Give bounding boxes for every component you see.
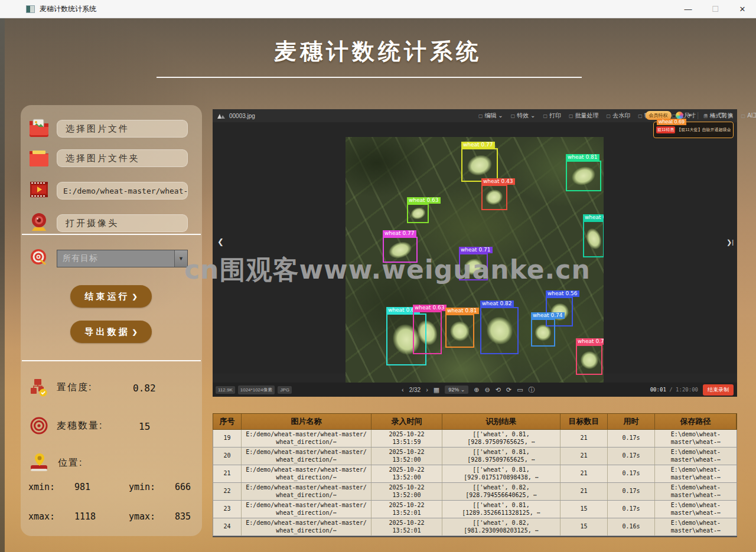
select-folder-button[interactable]: 选择图片文件夹 [57, 149, 188, 167]
maximize-button[interactable]: ☐ [702, 0, 729, 18]
ymax-label: ymax: [129, 511, 175, 522]
menu-item-编辑[interactable]: ▢编辑 ⌄ [478, 112, 503, 120]
results-table: 序号图片名称录入时间识别结果目标数目用时保存路径 19E:/demo/wheat… [213, 413, 737, 537]
target-select-icon [28, 248, 50, 268]
menu-item-特效[interactable]: ▢特效 ⌄ [511, 112, 536, 120]
video-path-input[interactable] [57, 182, 188, 200]
menu-item-打印[interactable]: ▢打印 [543, 112, 561, 120]
zoom-out-icon[interactable]: ⊖ [485, 386, 490, 394]
menu-item-icon: ▢ [543, 113, 548, 119]
target-filter-value: 所有目标 [57, 253, 174, 264]
table-cell: [['wheat', 0.81, [929.0175170898438, ⋯ [442, 465, 561, 482]
stop-run-button[interactable]: 结束运行 ❯ [70, 285, 152, 308]
table-cell: 15 [561, 501, 608, 518]
table-header-cell: 保存路径 [655, 414, 737, 429]
location-icon [30, 452, 50, 473]
confidence-label: 置信度: [57, 381, 92, 394]
menu-icon[interactable]: ≡ [704, 112, 708, 119]
detection-box: wheat 0.81 [566, 161, 601, 191]
table-cell: 0.17s [608, 465, 655, 482]
pin-icon[interactable]: ⌖ [712, 112, 715, 119]
image-viewer: 00003.jpg ▢编辑 ⌄▢特效 ⌄▢打印▢批量处理▢去水印▢转Word▢改… [213, 109, 737, 397]
sidebar: 选择图片文件 选择图片文件夹 打开摄像头 [21, 105, 202, 536]
viewer-logo-icon [217, 113, 225, 119]
table-cell: 0.17s [608, 430, 655, 447]
menu-item-icon: ▢ [478, 113, 483, 119]
target-filter-select[interactable]: 所有目标 ▼ [57, 250, 188, 267]
confidence-value: 0.82 [133, 383, 156, 394]
detection-box: wheat 0.63 [407, 204, 429, 223]
menu-item-去水印[interactable]: ▢去水印 [607, 112, 631, 120]
folder-icon [28, 147, 50, 167]
table-header-cell: 录入时间 [372, 414, 442, 429]
chevron-down-icon[interactable]: ▼ [174, 250, 187, 267]
detection-label: wheat 0.72 [576, 338, 604, 345]
table-row[interactable]: 23E:/demo/wheat-master/wheat-master/ whe… [213, 501, 737, 518]
window-title: 麦穗计数统计系统 [40, 4, 96, 14]
table-cell: 21 [561, 483, 608, 500]
next-image-arrow[interactable]: ❯| [726, 239, 734, 246]
info-icon[interactable]: ⓘ [529, 386, 535, 394]
viewer-statusbar: 112.9K 1024*1024像素 JPG ‹ 2/32 › ▦ 92% ⌄ … [213, 383, 737, 397]
rotate-left-icon[interactable]: ⟲ [496, 386, 501, 394]
menu-item-icon: ▢ [638, 113, 643, 119]
detection-box: wheat 0.72 [576, 345, 602, 375]
chevron-right-icon: ❯ [132, 328, 137, 336]
table-cell: E:\demo\wheat- master\wheat-⋯ [655, 448, 737, 465]
table-cell: 21 [213, 465, 242, 482]
table-cell: E:\demo\wheat- master\wheat-⋯ [655, 483, 737, 500]
table-cell: 23 [213, 501, 242, 518]
menu-item-AI工具箱[interactable]: ▢AI工具箱 [741, 112, 756, 120]
rotate-right-icon[interactable]: ⟳ [506, 386, 511, 394]
open-camera-button[interactable]: 打开摄像头 [57, 214, 188, 232]
table-header-cell: 图片名称 [242, 414, 372, 429]
stop-recording-button[interactable]: 结束录制 [703, 384, 734, 396]
chevron-down-icon: ⌄ [461, 387, 465, 393]
table-cell: E:/demo/wheat-master/wheat-master/ wheat… [242, 448, 372, 465]
thumbnail-grid-icon[interactable]: ▦ [434, 386, 439, 394]
xmax-value: 1118 [74, 511, 129, 522]
detection-label: wheat 0.63 [413, 305, 447, 311]
detection-label: wheat 0.77 [383, 230, 416, 237]
zoom-in-icon[interactable]: ⊕ [474, 386, 479, 394]
viewer-close-icon[interactable]: ✕ [729, 112, 734, 119]
table-row[interactable]: 20E:/demo/wheat-master/wheat-master/ whe… [213, 448, 737, 465]
prev-image-arrow[interactable]: ❮ [217, 237, 224, 246]
filesize-badge: 112.9K [216, 386, 235, 394]
restore-icon[interactable]: ❐ [719, 112, 725, 119]
detection-box: wheat 0.71 [459, 253, 488, 280]
detection-box: wheat 0.63 [413, 311, 442, 354]
table-cell: 0.17s [608, 448, 655, 465]
table-cell: 2025-10-22 13:52:00 [372, 465, 442, 482]
photo: wheat 0.77wheat 0.81wheat 0.43wheat 0.63… [346, 137, 604, 396]
app-window: 麦穗计数统计系统 — ☐ ✕ 麦穗计数统计系统 选择图片文件 选择图片文件夹 [0, 0, 756, 552]
table-cell: E:/demo/wheat-master/wheat-master/ wheat… [242, 518, 372, 535]
table-cell: [['wheat', 0.82, [928.794556640625, ⋯ [442, 483, 561, 500]
delete-icon[interactable]: ▭ [517, 386, 523, 394]
page-title: 麦穗计数统计系统 [0, 37, 756, 67]
table-header-cell: 识别结果 [442, 414, 561, 429]
menu-item-icon: ▢ [569, 113, 573, 119]
table-cell: 2025-10-22 13:52:00 [372, 448, 442, 465]
close-button[interactable]: ✕ [729, 0, 756, 18]
menu-item-批量处理[interactable]: ▢批量处理 [569, 112, 599, 120]
detection-label: wheat 0.77 [461, 142, 495, 148]
prev-page-icon[interactable]: ‹ [402, 386, 404, 393]
minimize-button[interactable]: — [674, 0, 702, 18]
detection-label-overlay: wheat 0.69 [657, 119, 686, 125]
sparkle-icon[interactable]: ✦ [687, 112, 692, 119]
detection-box: wheat 0.77 [383, 237, 418, 263]
page-indicator: 2/32 [409, 387, 421, 393]
detection-box: wheat 0.21 [583, 221, 604, 257]
next-page-icon[interactable]: › [426, 386, 428, 393]
select-image-button[interactable]: 选择图片文件 [57, 120, 188, 138]
divider [22, 360, 201, 361]
wheat-count-icon [30, 416, 48, 435]
export-data-button[interactable]: 导出数据 ❯ [70, 321, 152, 343]
table-row[interactable]: 19E:/demo/wheat-master/wheat-master/ whe… [213, 430, 737, 448]
table-row[interactable]: 21E:/demo/wheat-master/wheat-master/ whe… [213, 465, 737, 483]
table-row[interactable]: 22E:/demo/wheat-master/wheat-master/ whe… [213, 483, 737, 501]
separator: │ [696, 112, 700, 119]
zoom-level-select[interactable]: 92% ⌄ [445, 386, 468, 394]
table-row[interactable]: 24E:/demo/wheat-master/wheat-master/ whe… [213, 518, 737, 536]
